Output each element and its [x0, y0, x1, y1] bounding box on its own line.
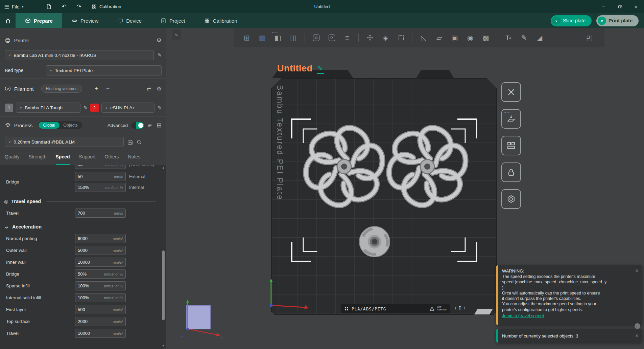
minimize-button[interactable]: −: [595, 0, 612, 13]
group-button[interactable]: ▣: [447, 31, 462, 45]
filament-2-chip[interactable]: 2: [90, 104, 99, 112]
lock-button[interactable]: [501, 162, 521, 182]
inner-wall-accel-input[interactable]: 10000 mm/s²: [75, 258, 126, 267]
bridge-internal-input[interactable]: 150% mm/s or %: [75, 183, 126, 192]
arrange-button[interactable]: ◫: [286, 31, 301, 45]
bed-type-select[interactable]: ∨ Textured PEI Plate: [46, 65, 162, 75]
remove-filament-button[interactable]: −: [104, 85, 112, 92]
search-preset-icon[interactable]: [136, 139, 142, 145]
scroll-down-arrow[interactable]: ▼: [161, 344, 166, 348]
variable-layer-height-button[interactable]: ▩: [478, 31, 493, 45]
tab-strength[interactable]: Strength: [29, 154, 47, 165]
text-tool-button[interactable]: Ta: [501, 31, 516, 45]
edit-printer-icon[interactable]: ✎: [157, 52, 162, 58]
edit-filament-1-icon[interactable]: ✎: [83, 105, 88, 111]
deselect-all-button[interactable]: [501, 82, 521, 102]
process-preset-select[interactable]: ∨ 0.20mm Standard @BBL A1M: [5, 137, 124, 147]
undo-icon[interactable]: ↶: [62, 4, 67, 9]
navigator-plate[interactable]: [187, 305, 210, 329]
scrollbar-thumb[interactable]: [162, 250, 165, 320]
close-button[interactable]: ×: [628, 0, 644, 13]
filament-2-select[interactable]: ∨ eSUN PLA+: [101, 103, 154, 113]
auto-orient-side-button[interactable]: AUTO: [501, 109, 521, 129]
flushing-volumes-button[interactable]: Flushing volumes: [41, 85, 82, 93]
scale-tool-button[interactable]: [393, 31, 408, 45]
arrange-side-button[interactable]: [501, 136, 521, 155]
printer-preset-select[interactable]: ∨ Bambu Lab A1 mini 0.4 nozzle - IKARUS: [5, 50, 154, 60]
print-plate-button[interactable]: ∨ Print plate: [596, 15, 639, 26]
sidebar-collapse-button[interactable]: »: [172, 29, 181, 40]
rename-plate-button[interactable]: ✎: [317, 65, 324, 74]
layers-view-button[interactable]: ≡: [340, 31, 355, 45]
objects-list-icon[interactable]: [147, 123, 152, 128]
bridge-accel-input[interactable]: 50% mm/s² or %: [75, 269, 126, 279]
print-dropdown-chevron-icon[interactable]: ∨: [598, 17, 606, 25]
maximize-button[interactable]: [612, 0, 628, 13]
travel-accel-input[interactable]: 10000 mm/s²: [75, 329, 126, 338]
tab-device[interactable]: Device: [108, 13, 151, 28]
redo-icon[interactable]: ↷: [77, 4, 81, 9]
outer-wall-accel-input[interactable]: 5000 mm/s²: [75, 246, 126, 255]
paint-tool-button[interactable]: ✎: [517, 31, 531, 45]
internal-solid-infill-accel-input[interactable]: 100% mm/s² or %: [75, 293, 126, 302]
model-impeller-1[interactable]: [306, 123, 382, 210]
filament-sync-icon[interactable]: ⇄: [147, 86, 151, 91]
advanced-toggle[interactable]: [131, 122, 144, 129]
travel-speed-input[interactable]: 700 mm/s: [75, 209, 126, 218]
new-project-icon[interactable]: [46, 4, 52, 9]
printer-settings-gear-icon[interactable]: ⚙: [157, 38, 162, 43]
filament-1-select[interactable]: ∨ Bambu PLA Tough: [16, 103, 80, 113]
sparse-infill-accel-input[interactable]: 100% mm/s² or %: [75, 281, 126, 290]
tab-prepare[interactable]: Prepare: [16, 13, 62, 28]
plate-settings-button[interactable]: [501, 189, 521, 209]
slice-dropdown-chevron-icon[interactable]: ∨: [552, 17, 560, 25]
viewport-3d[interactable]: » ⊞ ▦ AUTO◧ ◫ O P ≡ ◈ ◺ ▱ ▣ ◉ ▩ Ta ✎ ◢: [166, 28, 644, 349]
filament-settings-gear-icon[interactable]: ⚙: [157, 86, 162, 92]
model-knob[interactable]: [359, 226, 390, 257]
measure-tool-button[interactable]: ◢: [532, 31, 547, 45]
assembly-view-button[interactable]: ◰: [582, 31, 597, 45]
add-primitive-button[interactable]: ⊞: [239, 31, 254, 45]
move-tool-button[interactable]: [362, 31, 377, 45]
filament-1-chip[interactable]: 1: [5, 104, 13, 112]
notification-overflow-dot[interactable]: [635, 323, 640, 329]
home-button[interactable]: [0, 13, 16, 28]
edit-filament-2-icon[interactable]: ✎: [157, 105, 162, 111]
jump-to-travel-speed-link[interactable]: Jump to (travel speed): [502, 313, 544, 318]
align-button[interactable]: ▱: [432, 31, 447, 45]
save-preset-icon[interactable]: [127, 139, 133, 145]
scope-global-option[interactable]: Global: [39, 122, 59, 129]
object-mode-button[interactable]: O: [309, 31, 324, 45]
scroll-up-arrow[interactable]: ▲: [161, 166, 166, 170]
close-warning-icon[interactable]: ×: [635, 268, 639, 274]
part-mode-button[interactable]: P: [324, 31, 339, 45]
plate-navigator[interactable]: x z: [180, 297, 224, 340]
tab-calibration[interactable]: Calibration: [195, 13, 247, 28]
tab-project[interactable]: Project: [151, 13, 195, 28]
lay-on-face-button[interactable]: ◺: [416, 31, 431, 45]
tab-notes[interactable]: Notes: [128, 154, 141, 165]
file-menu[interactable]: File ▾: [0, 4, 24, 9]
tab-speed[interactable]: Speed: [56, 154, 70, 165]
boolean-button[interactable]: ◉: [463, 31, 478, 45]
close-selection-icon[interactable]: ×: [635, 333, 639, 339]
parameter-table-icon[interactable]: [157, 123, 162, 128]
tab-others[interactable]: Others: [105, 154, 119, 165]
top-surface-accel-input[interactable]: 2000 mm/s²: [75, 317, 126, 326]
tab-quality[interactable]: Quality: [5, 154, 20, 165]
tab-support[interactable]: Support: [79, 154, 96, 165]
first-layer-accel-input[interactable]: 500 mm/s²: [75, 305, 126, 314]
bridge-external-input[interactable]: 50 mm/s: [75, 172, 126, 181]
normal-printing-accel-input[interactable]: 6000 mm/s²: [75, 234, 126, 243]
tab-preview[interactable]: Preview: [62, 13, 108, 28]
model-impeller-2[interactable]: [389, 123, 466, 210]
clone-array-button[interactable]: ▦: [255, 31, 270, 45]
scope-objects-option[interactable]: Objects: [59, 122, 81, 129]
overhang-speed-input[interactable]: 15 mm/s or %: [75, 165, 126, 169]
auto-orient-button[interactable]: AUTO◧: [270, 31, 285, 45]
add-filament-button[interactable]: +: [92, 85, 100, 92]
slice-plate-button[interactable]: ∨ Slice plate: [551, 15, 592, 26]
settings-scrollbar[interactable]: ▲ ▼: [161, 166, 166, 348]
calibration-shortcut[interactable]: Calibration: [92, 4, 121, 9]
rotate-tool-button[interactable]: ◈: [378, 31, 393, 45]
